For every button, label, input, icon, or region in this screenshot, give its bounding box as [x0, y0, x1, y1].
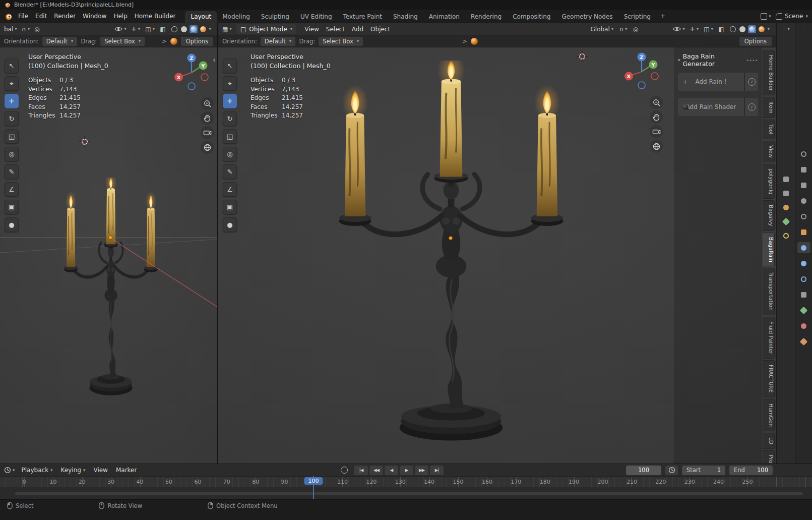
workspace-tab-sculpting[interactable]: Sculpting — [256, 11, 295, 23]
tool-scale-button[interactable]: ◱ — [5, 129, 19, 144]
orientation-select[interactable]: Default▾ — [42, 37, 78, 46]
outliner-object-icon[interactable] — [780, 202, 792, 213]
expand-arrow-icon[interactable]: > — [462, 38, 467, 45]
properties-tab-texture[interactable] — [797, 336, 810, 347]
menu-file[interactable]: File — [15, 11, 32, 21]
tool-move-button[interactable]: ✛ — [223, 94, 237, 108]
camera-view-button[interactable] — [650, 125, 663, 138]
sidebar-tab-bagaivy[interactable]: BagaIvy — [763, 200, 775, 230]
shading-material-button[interactable] — [190, 25, 198, 33]
outliner-filter-icon[interactable] — [780, 174, 792, 185]
candelabra-model[interactable] — [60, 178, 161, 399]
sidebar-tab-tool[interactable]: Tool — [763, 120, 775, 139]
tool-transform-button[interactable]: ◎ — [5, 147, 19, 161]
workspace-tab-shading[interactable]: Shading — [388, 11, 423, 23]
tool-measure-button[interactable]: ∠ — [5, 182, 19, 197]
timeline-ruler[interactable]: 0102030405060708090100110120130140150160… — [0, 476, 812, 487]
expand-arrow-icon[interactable]: > — [162, 38, 167, 45]
orientation-dropdown-truncated[interactable]: bal ▾ — [4, 26, 17, 33]
shading-solid-button[interactable] — [738, 25, 746, 33]
navigation-gizmo[interactable]: Z X Y — [171, 52, 212, 93]
sidebar-tab-procedural-cro[interactable]: Procedural Cro — [763, 450, 775, 464]
properties-tab-world[interactable] — [797, 211, 810, 222]
next-keyframe-button[interactable]: ▶▶ — [415, 466, 428, 475]
pan-button[interactable] — [650, 110, 663, 124]
jump-to-end-button[interactable]: ▶| — [430, 466, 444, 475]
sidebar-tab-bagarain[interactable]: BagaRain — [763, 233, 775, 267]
panel-grip-icon[interactable]: ···· — [746, 56, 758, 64]
jump-to-start-button[interactable]: |◀ — [354, 466, 368, 475]
sidebar-tab-polygoniq[interactable]: polygoniq — [763, 164, 775, 199]
show-overlays-button[interactable]: ◫▾ — [145, 26, 155, 33]
drag-select[interactable]: Select Box▾ — [319, 37, 363, 46]
add-workspace-button[interactable]: + — [656, 11, 669, 21]
end-frame-field[interactable]: End 100 — [729, 466, 773, 475]
workspace-tab-modeling[interactable]: Modeling — [217, 11, 256, 23]
use-preview-range-button[interactable] — [665, 466, 678, 475]
prev-keyframe-button[interactable]: ◀◀ — [369, 466, 383, 475]
tool-select-box-button[interactable]: ↖ — [5, 59, 19, 73]
workspace-tab-geometry-nodes[interactable]: Geometry Nodes — [556, 11, 618, 23]
timeline-menu-playback[interactable]: Playback▾ — [18, 465, 56, 475]
menu-home-builder[interactable]: Home Builder — [131, 11, 179, 21]
viewport-menu-select[interactable]: Select — [323, 24, 348, 34]
pan-button[interactable] — [201, 111, 214, 125]
properties-tab-view-layer[interactable] — [797, 180, 810, 191]
sidebar-tab-view[interactable]: View — [763, 141, 775, 162]
outliner-editor-type-button[interactable]: ≡ ▾ — [777, 23, 795, 32]
workspace-tab-layout[interactable]: Layout — [185, 11, 217, 23]
proportional-edit-button[interactable]: ◎ — [633, 26, 638, 33]
auto-keying-button[interactable] — [341, 467, 348, 474]
snap-magnet-button[interactable]: ∩▾ — [22, 26, 30, 33]
drag-select[interactable]: Select Box▾ — [100, 37, 145, 46]
snap-magnet-button[interactable]: ∩▾ — [619, 26, 627, 33]
workspace-tab-animation[interactable]: Animation — [423, 11, 465, 23]
tool-select-box-button[interactable]: ↖ — [223, 59, 237, 73]
panel-header[interactable]: ▾ Baga Rain Generator ···· — [677, 51, 759, 73]
timeline-track-area[interactable] — [0, 487, 812, 499]
proportional-edit-button[interactable]: ◎ — [34, 26, 39, 33]
properties-tab-particles[interactable] — [797, 258, 810, 269]
tool-addon-tool-button[interactable]: ● — [223, 217, 237, 232]
zoom-button[interactable] — [201, 97, 214, 110]
toggle-perspective-button[interactable] — [201, 141, 214, 154]
tool-rotate-button[interactable]: ↻ — [5, 111, 19, 126]
current-frame-field[interactable]: 100 — [626, 466, 661, 475]
menu-window[interactable]: Window — [79, 11, 110, 21]
tool-scale-button[interactable]: ◱ — [223, 129, 237, 144]
navigation-gizmo[interactable]: Z X Y — [621, 51, 662, 92]
tool-add-cube-button[interactable]: ▣ — [5, 200, 19, 214]
object-visibility-dropdown[interactable]: ▾ — [673, 26, 685, 32]
orientation-select[interactable]: Default▾ — [261, 37, 296, 46]
properties-tab-object-data[interactable] — [797, 305, 810, 316]
properties-tab-physics[interactable] — [797, 273, 810, 284]
viewport-menu-add[interactable]: Add — [348, 24, 367, 34]
properties-tab-material[interactable] — [797, 320, 810, 331]
tool-addon-tool-button[interactable]: ● — [5, 217, 19, 232]
shading-material-button[interactable] — [748, 25, 756, 33]
viewport-menu-object[interactable]: Object — [367, 24, 394, 34]
menu-render[interactable]: Render — [50, 11, 79, 21]
properties-tab-output[interactable] — [797, 164, 810, 175]
camera-view-button[interactable] — [201, 126, 214, 139]
options-button[interactable]: Options — [181, 37, 213, 46]
timeline-menu-marker[interactable]: Marker — [112, 465, 140, 475]
tool-annotate-button[interactable]: ✎ — [223, 164, 237, 179]
tool-move-button[interactable]: ✛ — [5, 94, 19, 108]
properties-tab-object[interactable] — [797, 226, 810, 238]
timeline-menu-view[interactable]: View — [90, 465, 111, 475]
sidebar-tab-transportation[interactable]: Transportation — [763, 268, 775, 315]
play-button[interactable]: ▶ — [400, 466, 413, 475]
workspace-tab-rendering[interactable]: Rendering — [465, 11, 507, 23]
tool-annotate-button[interactable]: ✎ — [5, 164, 19, 179]
sidebar-tab-item[interactable]: Item — [763, 97, 775, 118]
properties-tab-render[interactable] — [797, 148, 810, 159]
shading-rendered-button[interactable] — [199, 25, 207, 33]
properties-tab-scene[interactable] — [797, 195, 810, 206]
candelabra-model[interactable] — [330, 61, 572, 448]
topbar-status-icon[interactable]: ▾ — [761, 13, 771, 20]
add-rain-info-button[interactable]: i — [744, 73, 758, 91]
timeline-menu-keying[interactable]: Keying▾ — [57, 465, 89, 475]
add-rain-button[interactable]: + Add Rain ! — [678, 73, 744, 91]
workspace-tab-uv-editing[interactable]: UV Editing — [295, 11, 338, 23]
